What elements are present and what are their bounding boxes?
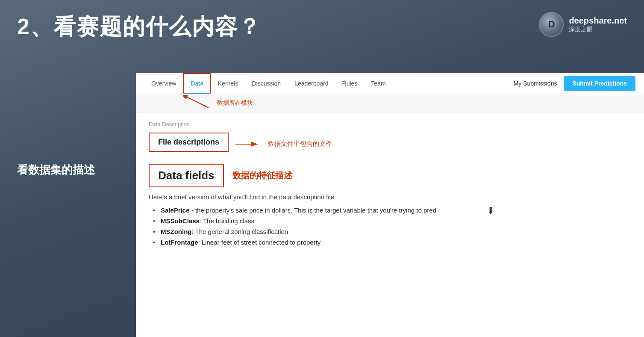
data-fields-row: Data fields 数据的特征描述 — [149, 164, 631, 187]
annotation-arrow-data — [183, 95, 217, 112]
tab-overview[interactable]: Overview — [144, 74, 183, 93]
bullet-sep-3: : — [198, 239, 202, 246]
browser-card: Overview Data Kernels Discussion Leaderb… — [136, 73, 644, 337]
bullet-sep-2: : — [191, 228, 195, 235]
annotation-data-module: 数据所在模块 — [217, 99, 253, 107]
top-section: 2、看赛题的什么内容？ D deepshare.net 深度之眼 — [0, 0, 644, 42]
bullet-desc-0: the property's sale price in dollars. Th… — [195, 207, 436, 214]
list-item: SalePrice - the property's sale price in… — [153, 207, 631, 214]
bullet-term-0: SalePrice — [161, 207, 190, 214]
bullet-desc-1: The building class — [203, 217, 254, 225]
brief-description: Here's a brief version of what you'll fi… — [149, 193, 631, 201]
file-descriptions-text: File descriptions — [158, 138, 219, 146]
bullet-term-2: MSZoning — [161, 228, 191, 235]
nav-bar: Overview Data Kernels Discussion Leaderb… — [136, 73, 644, 94]
file-descriptions-box: File descriptions — [149, 133, 229, 152]
bullet-desc-2: The general zoning classification — [195, 228, 288, 235]
annotation-arrow-file — [235, 139, 261, 149]
bullet-term-3: LotFrontage — [161, 239, 198, 246]
site-name: deepshare.net — [569, 16, 627, 26]
bullet-desc-3: Linear feet of street connected to prope… — [202, 239, 321, 246]
tab-kernels[interactable]: Kernels — [211, 74, 245, 93]
submit-predictions-button[interactable]: Submit Predictions — [564, 76, 635, 91]
svg-line-1 — [187, 97, 209, 108]
content-area: Data Description File descriptions 数据文件中… — [136, 112, 644, 258]
data-fields-box: Data fields — [149, 164, 224, 187]
data-fields-annotation: 数据的特征描述 — [232, 170, 292, 181]
page-title: 2、看赛题的什么内容？ — [17, 12, 261, 42]
my-submissions-link[interactable]: My Submissions — [507, 74, 564, 93]
logo-area: D deepshare.net 深度之眼 — [539, 12, 627, 37]
list-item: MSZoning: The general zoning classificat… — [153, 228, 631, 235]
data-description-label: Data Description — [149, 121, 631, 127]
bullet-list: SalePrice - the property's sale price in… — [149, 207, 631, 246]
annotation-row: 数据所在模块 — [136, 94, 644, 112]
list-item: MSSubClass: The building class — [153, 217, 631, 225]
logo-text: deepshare.net 深度之眼 — [569, 16, 627, 33]
bullet-sep-0: - — [190, 207, 195, 214]
tab-data[interactable]: Data — [183, 73, 211, 94]
file-desc-annotation: 数据文件中包含的文件 — [268, 140, 332, 148]
tab-discussion[interactable]: Discussion — [245, 74, 288, 93]
logo-icon: D — [539, 12, 564, 37]
site-subtitle: 深度之眼 — [569, 26, 627, 33]
tab-team[interactable]: Team — [364, 74, 392, 93]
list-item: LotFrontage: Linear feet of street conne… — [153, 239, 631, 246]
bullet-term-1: MSSubClass — [161, 217, 200, 225]
tab-rules[interactable]: Rules — [335, 74, 365, 93]
data-fields-title: Data fields — [158, 169, 215, 182]
tab-leaderboard[interactable]: Leaderboard — [288, 74, 335, 93]
left-description-label: 看数据集的描述 — [17, 163, 95, 177]
bullet-sep-1: : — [200, 217, 203, 225]
file-desc-row: File descriptions 数据文件中包含的文件 — [149, 133, 631, 155]
